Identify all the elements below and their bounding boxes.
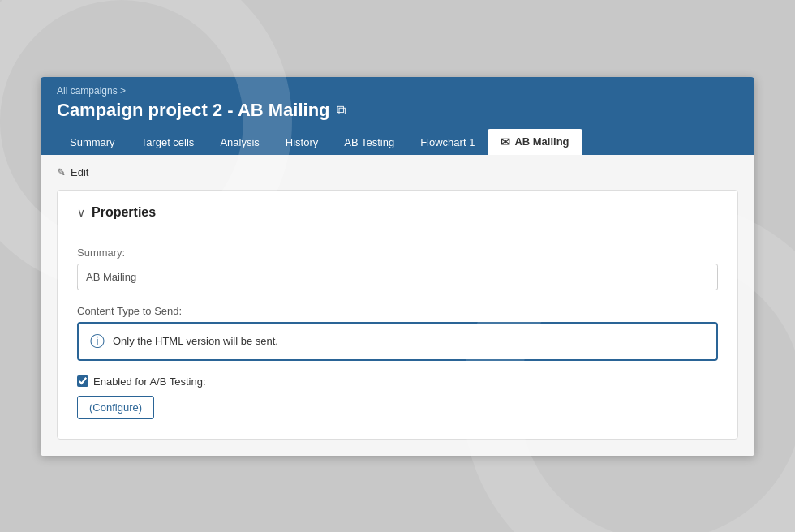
tab-flowchart-1-label: Flowchart 1 xyxy=(420,136,475,148)
properties-title: Properties xyxy=(92,205,156,220)
edit-icon: ✎ xyxy=(57,166,66,178)
breadcrumb[interactable]: All campaigns > xyxy=(57,85,738,97)
content-type-info-box: ⓘ Only the HTML version will be sent. xyxy=(77,322,718,361)
chevron-down-icon[interactable]: ∨ xyxy=(77,206,85,219)
content-area: ✎ Edit ∨ Properties Summary: Content Typ… xyxy=(41,155,754,456)
summary-field-group: Summary: xyxy=(77,247,718,290)
tab-bar: Summary Target cells Analysis History AB… xyxy=(57,129,738,155)
ab-testing-checkbox[interactable] xyxy=(77,375,88,387)
tab-target-cells-label: Target cells xyxy=(141,136,195,148)
tab-flowchart-1[interactable]: Flowchart 1 xyxy=(407,130,488,155)
properties-header: ∨ Properties xyxy=(77,205,718,230)
content-type-info-text: Only the HTML version will be sent. xyxy=(113,335,278,347)
tab-summary[interactable]: Summary xyxy=(57,130,128,155)
ab-testing-checkbox-row: Enabled for A/B Testing: xyxy=(77,375,718,388)
configure-button-label: (Configure) xyxy=(89,401,142,414)
properties-card: ∨ Properties Summary: Content Type to Se… xyxy=(57,190,738,440)
main-window: All campaigns > Campaign project 2 - AB … xyxy=(41,77,754,456)
tab-summary-label: Summary xyxy=(70,136,115,148)
content-type-field-group: Content Type to Send: ⓘ Only the HTML ve… xyxy=(77,305,718,361)
tab-history[interactable]: History xyxy=(273,130,331,155)
tab-target-cells[interactable]: Target cells xyxy=(128,130,208,155)
tab-history-label: History xyxy=(286,136,318,148)
tab-ab-testing-label: AB Testing xyxy=(344,136,394,148)
tab-ab-mailing-label: AB Mailing xyxy=(514,135,569,148)
tab-analysis[interactable]: Analysis xyxy=(207,130,272,155)
summary-input[interactable] xyxy=(77,264,718,290)
edit-bar: ✎ Edit xyxy=(57,166,738,178)
tab-analysis-label: Analysis xyxy=(220,136,259,148)
ab-mailing-tab-icon: ✉ xyxy=(501,135,510,148)
tab-ab-mailing[interactable]: ✉ AB Mailing xyxy=(488,129,582,155)
page-title: Campaign project 2 - AB Mailing xyxy=(57,100,330,121)
content-type-label: Content Type to Send: xyxy=(77,305,718,317)
edit-label[interactable]: Edit xyxy=(71,166,88,178)
configure-button[interactable]: (Configure) xyxy=(77,396,154,419)
info-circle-icon: ⓘ xyxy=(90,332,105,351)
summary-label: Summary: xyxy=(77,247,718,259)
window-header: All campaigns > Campaign project 2 - AB … xyxy=(41,77,754,155)
ab-testing-checkbox-label: Enabled for A/B Testing: xyxy=(93,375,206,388)
external-link-icon[interactable]: ⧉ xyxy=(337,103,346,118)
tab-ab-testing[interactable]: AB Testing xyxy=(331,130,407,155)
